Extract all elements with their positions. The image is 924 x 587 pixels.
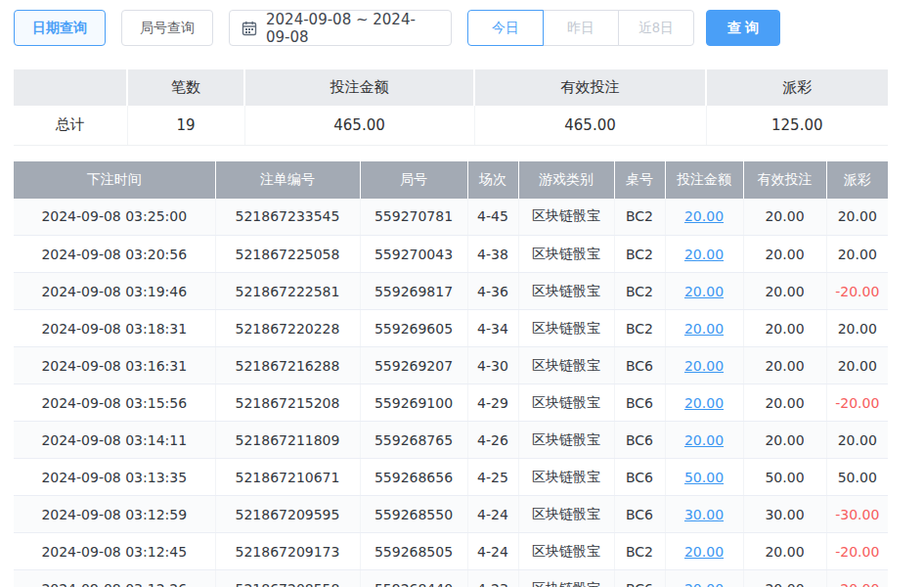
bet-amount-link[interactable]: 20.00: [684, 247, 724, 262]
summary-valid-bet-value: 465.00: [474, 106, 706, 145]
cell-bet-time: 2024-09-08 03:16:31: [14, 347, 215, 384]
cell-payout: -20.00: [826, 273, 888, 310]
cell-bet-amount: 20.00: [665, 273, 743, 310]
cell-payout: 20.00: [826, 347, 888, 384]
cell-game-type: 区块链骰宝: [518, 422, 614, 459]
cell-session: 4-38: [467, 236, 518, 273]
cell-bet-amount: 20.00: [665, 570, 743, 587]
cell-table-no: BC6: [614, 347, 665, 384]
cell-bet-time: 2024-09-08 03:19:46: [14, 273, 215, 310]
summary-bet-amount-value: 465.00: [244, 106, 474, 145]
cell-payout: 50.00: [826, 459, 888, 496]
bet-amount-link[interactable]: 30.00: [684, 507, 724, 522]
summary-header-payout: 派彩: [706, 69, 888, 106]
search-button[interactable]: 查询: [706, 10, 780, 46]
cell-session: 4-25: [467, 459, 518, 496]
cell-bet-amount: 20.00: [665, 236, 743, 273]
bet-amount-link[interactable]: 50.00: [684, 470, 724, 485]
cell-game-type: 区块链骰宝: [518, 273, 614, 310]
records-table: 下注时间 注单编号 局号 场次 游戏类别 桌号 投注金额 有效投注 派彩 202…: [14, 161, 888, 587]
cell-order-no: 521867233545: [215, 199, 360, 236]
cell-order-no: 521867215208: [215, 384, 360, 422]
summary-header-row: 笔数 投注金额 有效投注 派彩: [14, 69, 888, 106]
cell-order-no: 521867208558: [215, 570, 360, 587]
today-button[interactable]: 今日: [467, 10, 544, 46]
cell-game-type: 区块链骰宝: [518, 496, 614, 533]
cell-order-no: 521867222581: [215, 273, 360, 310]
bet-amount-link[interactable]: 20.00: [684, 321, 724, 337]
cell-round-no: 559268656: [360, 459, 467, 496]
cell-payout: -20.00: [826, 570, 888, 587]
header-order-no: 注单编号: [215, 161, 360, 199]
header-bet-amount: 投注金额: [665, 161, 743, 199]
cell-table-no: BC6: [614, 384, 665, 422]
cell-bet-time: 2024-09-08 03:13:35: [14, 459, 215, 496]
date-query-button[interactable]: 日期查询: [14, 10, 106, 46]
date-range-value: 2024-09-08 ~ 2024-09-08: [266, 11, 439, 46]
bet-amount-link[interactable]: 20.00: [684, 284, 724, 299]
cell-bet-amount: 20.00: [665, 199, 743, 236]
cell-session: 4-29: [467, 384, 518, 422]
bet-amount-link[interactable]: 20.00: [684, 208, 724, 224]
cell-table-no: BC6: [614, 570, 665, 587]
cell-bet-time: 2024-09-08 03:20:56: [14, 236, 215, 273]
table-row: 2024-09-08 03:20:56521867225058559270043…: [14, 236, 888, 273]
cell-valid-bet: 30.00: [743, 496, 826, 533]
cell-round-no: 559269605: [360, 310, 467, 347]
cell-bet-time: 2024-09-08 03:12:26: [14, 570, 215, 587]
cell-valid-bet: 20.00: [743, 570, 826, 587]
cell-round-no: 559269207: [360, 347, 467, 384]
cell-session: 4-30: [467, 347, 518, 384]
header-payout: 派彩: [826, 161, 888, 199]
cell-bet-amount: 30.00: [665, 496, 743, 533]
last-8-days-button[interactable]: 近8日: [618, 10, 694, 46]
cell-bet-amount: 50.00: [665, 459, 743, 496]
cell-order-no: 521867209595: [215, 496, 360, 533]
cell-payout: -30.00: [826, 496, 888, 533]
table-row: 2024-09-08 03:12:45521867209173559268505…: [14, 533, 888, 570]
header-session: 场次: [467, 161, 518, 199]
cell-order-no: 521867209173: [215, 533, 360, 570]
cell-payout: 20.00: [826, 199, 888, 236]
records-header-row: 下注时间 注单编号 局号 场次 游戏类别 桌号 投注金额 有效投注 派彩: [14, 161, 888, 199]
cell-order-no: 521867216288: [215, 347, 360, 384]
cell-bet-time: 2024-09-08 03:12:45: [14, 533, 215, 570]
cell-order-no: 521867211809: [215, 422, 360, 459]
cell-order-no: 521867220228: [215, 310, 360, 347]
cell-bet-amount: 20.00: [665, 384, 743, 422]
yesterday-button[interactable]: 昨日: [543, 10, 619, 46]
bet-amount-link[interactable]: 20.00: [684, 432, 724, 448]
cell-bet-time: 2024-09-08 03:14:11: [14, 422, 215, 459]
bet-amount-link[interactable]: 20.00: [684, 395, 724, 411]
cell-payout: -20.00: [826, 533, 888, 570]
cell-session: 4-45: [467, 199, 518, 236]
cell-bet-time: 2024-09-08 03:12:59: [14, 496, 215, 533]
date-range-input[interactable]: 2024-09-08 ~ 2024-09-08: [229, 10, 452, 46]
cell-valid-bet: 20.00: [743, 533, 826, 570]
cell-valid-bet: 20.00: [743, 310, 826, 347]
cell-session: 4-24: [467, 533, 518, 570]
table-row: 2024-09-08 03:12:59521867209595559268550…: [14, 496, 888, 533]
cell-table-no: BC2: [614, 533, 665, 570]
cell-table-no: BC2: [614, 310, 665, 347]
table-row: 2024-09-08 03:15:56521867215208559269100…: [14, 384, 888, 422]
cell-game-type: 区块链骰宝: [518, 347, 614, 384]
round-query-button[interactable]: 局号查询: [121, 10, 213, 46]
cell-payout: -20.00: [826, 384, 888, 422]
cell-valid-bet: 20.00: [743, 236, 826, 273]
summary-payout-value: 125.00: [706, 106, 888, 145]
bet-amount-link[interactable]: 20.00: [684, 544, 724, 560]
table-row: 2024-09-08 03:13:35521867210671559268656…: [14, 459, 888, 496]
cell-table-no: BC2: [614, 199, 665, 236]
cell-payout: 20.00: [826, 422, 888, 459]
cell-session: 4-26: [467, 422, 518, 459]
cell-round-no: 559269817: [360, 273, 467, 310]
bet-amount-link[interactable]: 20.00: [684, 358, 724, 374]
cell-session: 4-34: [467, 310, 518, 347]
cell-game-type: 区块链骰宝: [518, 570, 614, 587]
cell-order-no: 521867210671: [215, 459, 360, 496]
cell-valid-bet: 50.00: [743, 459, 826, 496]
bet-amount-link[interactable]: 20.00: [684, 581, 724, 587]
cell-bet-amount: 20.00: [665, 310, 743, 347]
cell-round-no: 559268440: [360, 570, 467, 587]
